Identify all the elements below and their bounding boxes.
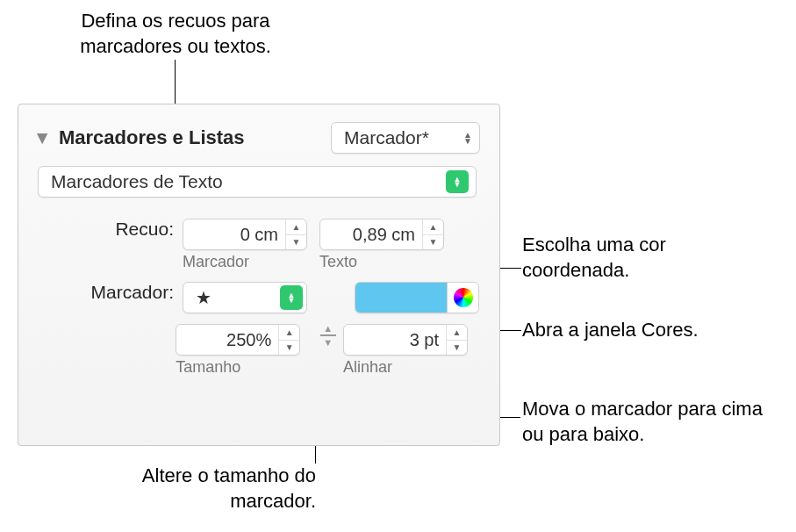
bullet-type-value: Marcadores de Texto [51,171,223,192]
align-value[interactable]: 3 pt [344,330,446,350]
indent-marker-sublabel: Marcador [183,253,307,271]
indent-label: Recuo: [38,219,183,240]
bullets-lists-panel: ▶ Marcadores e Listas Marcador* ▲▼ Marca… [18,104,500,446]
color-well [355,282,479,313]
indent-text-stepper[interactable]: 0,89 cm ▲▼ [319,219,444,250]
callout-align: Mova o marcador para cima ou para baixo. [522,397,785,447]
color-picker-button[interactable] [447,283,478,313]
indent-text-value[interactable]: 0,89 cm [320,225,422,245]
marker-label: Marcador: [38,282,183,303]
leader-line [175,60,176,105]
bullet-type-popup[interactable]: Marcadores de Texto ▲▼ [38,166,477,198]
color-wheel-icon [454,288,473,307]
size-value[interactable]: 250% [176,330,278,350]
callout-color-picker: Abra a janela Cores. [522,318,699,343]
stepper-arrows-icon[interactable]: ▲▼ [278,325,299,355]
indent-text-sublabel: Texto [319,253,444,271]
align-sublabel: Alinhar [343,358,468,377]
size-sublabel: Tamanho [176,358,300,377]
color-swatch[interactable] [355,283,447,313]
indent-marker-stepper[interactable]: 0 cm ▲▼ [183,219,307,250]
list-style-popup[interactable]: Marcador* ▲▼ [331,122,480,154]
stepper-arrows-icon[interactable]: ▲▼ [446,325,467,355]
vertical-align-icon: ▲ ▼ [318,324,338,347]
marker-symbol-popup[interactable]: ★ ▲▼ [183,282,307,313]
chevron-up-down-icon: ▲▼ [446,170,469,193]
chevron-up-down-icon: ▲▼ [456,132,472,144]
stepper-arrows-icon[interactable]: ▲▼ [422,219,443,249]
indent-marker-value[interactable]: 0 cm [183,225,285,245]
star-icon: ★ [196,287,212,308]
section-title: Marcadores e Listas [59,126,245,149]
list-style-value: Marcador* [344,127,429,148]
chevron-up-down-icon: ▲▼ [280,285,303,310]
disclosure-triangle-icon[interactable]: ▶ [35,133,52,143]
callout-indent: Defina os recuos para marcadores ou text… [53,9,298,59]
align-stepper[interactable]: 3 pt ▲▼ [343,324,468,356]
callout-size: Altere o tamanho do marcador. [140,464,316,514]
stepper-arrows-icon[interactable]: ▲▼ [285,219,306,249]
callout-color-swatch: Escolha uma cor coordenada. [522,233,750,283]
size-stepper[interactable]: 250% ▲▼ [176,324,300,356]
